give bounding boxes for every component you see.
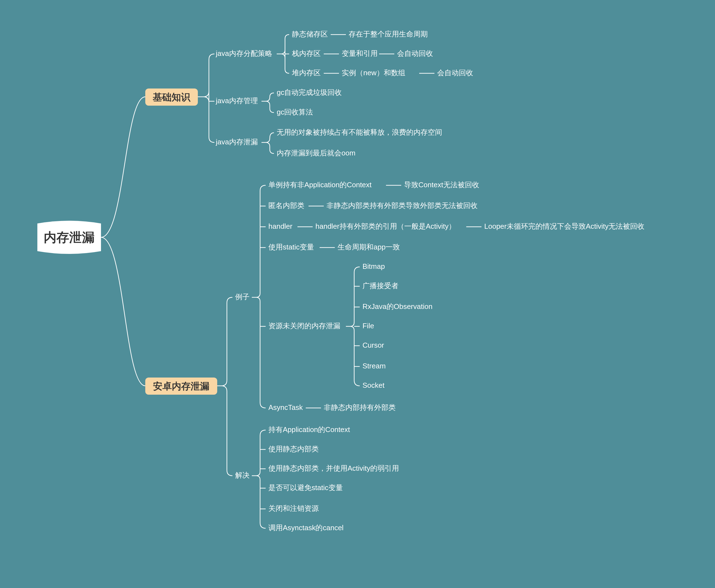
node-leak[interactable]: java内存泄漏 xyxy=(216,138,258,146)
node-sol-5: 关闭和注销资源 xyxy=(268,504,319,512)
node-alloc-heap[interactable]: 堆内存区 xyxy=(292,69,321,77)
node-staticvar-note: 生命周期和app一致 xyxy=(338,243,400,251)
cat-basic-label: 基础知识 xyxy=(152,92,191,102)
node-anonymous[interactable]: 匿名内部类 xyxy=(268,201,304,210)
node-asynctask[interactable]: AsyncTask xyxy=(268,403,303,412)
node-asynctask-note: 非静态内部持有外部类 xyxy=(324,403,396,412)
node-alloc-heap-note1: 实例（new）和数组 xyxy=(342,69,405,77)
connector xyxy=(217,297,232,476)
cat-android-label: 安卓内存泄漏 xyxy=(153,381,209,391)
node-singleton[interactable]: 单例持有非Application的Context xyxy=(268,181,372,189)
node-mgmt-gc2: gc回收算法 xyxy=(277,108,313,116)
mindmap-canvas: 内存泄漏 基础知识 java内存分配策略 静态储存区 存在于整个应用生命周期 栈… xyxy=(0,0,715,588)
node-sol-1: 持有Application的Context xyxy=(268,425,350,434)
connector xyxy=(346,267,360,386)
node-sol-6: 调用Asynctask的cancel xyxy=(268,524,344,532)
node-handler-note2: Looper未循环完的情况下会导致Activity无法被回收 xyxy=(484,222,645,230)
node-resource[interactable]: 资源未关闭的内存泄漏 xyxy=(268,322,340,330)
connector xyxy=(252,430,266,528)
node-solutions[interactable]: 解决 xyxy=(235,471,250,479)
node-staticvar[interactable]: 使用static变量 xyxy=(268,243,314,251)
node-handler-note1: handler持有外部类的引用（一般是Activity） xyxy=(315,222,456,230)
node-sol-2: 使用静态内部类 xyxy=(268,445,319,453)
node-alloc-heap-note2: 会自动回收 xyxy=(437,69,473,77)
node-alloc-stack-note2: 会自动回收 xyxy=(397,49,433,58)
node-res-bitmap: Bitmap xyxy=(363,262,385,271)
node-sol-3: 使用静态内部类，并使用Activity的弱引用 xyxy=(268,464,399,472)
node-sol-4: 是否可以避免static变量 xyxy=(268,483,343,492)
node-res-cursor: Cursor xyxy=(363,341,384,349)
node-alloc[interactable]: java内存分配策略 xyxy=(216,49,272,58)
node-leak-note1: 无用的对象被持续占有不能被释放，浪费的内存空间 xyxy=(277,128,442,136)
node-leak-note2: 内存泄漏到最后就会oom xyxy=(277,149,355,157)
connector xyxy=(252,185,266,408)
node-alloc-stack[interactable]: 栈内存区 xyxy=(292,49,321,58)
connector xyxy=(262,93,274,112)
node-alloc-static[interactable]: 静态储存区 xyxy=(292,30,328,38)
connector xyxy=(277,35,289,73)
node-mgmt[interactable]: java内存管理 xyxy=(216,97,258,105)
node-res-socket: Socket xyxy=(363,381,385,390)
node-handler[interactable]: handler xyxy=(268,222,292,230)
connector xyxy=(101,97,145,237)
node-examples[interactable]: 例子 xyxy=(235,293,250,301)
node-singleton-note: 导致Context无法被回收 xyxy=(404,181,479,189)
node-res-broadcast: 广播接受者 xyxy=(363,281,399,290)
node-alloc-stack-note1: 变量和引用 xyxy=(342,49,378,58)
connector xyxy=(262,133,274,153)
node-res-rx: RxJava的Observation xyxy=(363,302,432,311)
node-res-file: File xyxy=(363,322,374,330)
root-label: 内存泄漏 xyxy=(44,230,95,245)
node-res-stream: Stream xyxy=(363,362,386,370)
connector xyxy=(198,54,214,143)
node-mgmt-gc1: gc自动完成垃圾回收 xyxy=(277,88,342,97)
root-node[interactable]: 内存泄漏 xyxy=(37,221,101,254)
connector xyxy=(101,237,145,386)
node-alloc-static-note: 存在于整个应用生命周期 xyxy=(349,30,428,38)
node-anonymous-note: 非静态内部类持有外部类导致外部类无法被回收 xyxy=(327,201,477,210)
category-android[interactable]: 安卓内存泄漏 xyxy=(145,378,217,395)
category-basic[interactable]: 基础知识 xyxy=(145,88,198,106)
